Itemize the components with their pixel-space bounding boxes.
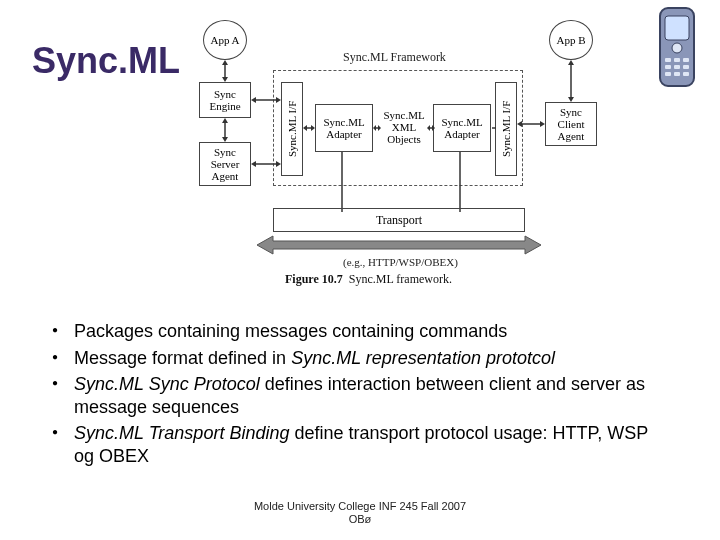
syncml-framework-diagram: Sync.ML Framework App A Sync Engine Sync… — [165, 20, 635, 280]
footer-line2: OBø — [349, 513, 372, 525]
svg-rect-3 — [665, 58, 671, 62]
svg-rect-6 — [665, 65, 671, 69]
svg-marker-20 — [568, 97, 574, 102]
svg-marker-29 — [311, 125, 315, 131]
app-b-node: App B — [549, 20, 593, 60]
svg-marker-38 — [517, 121, 522, 127]
syncml-adapter-right: Sync.ML Adapter — [433, 104, 491, 152]
svg-marker-34 — [427, 125, 430, 131]
figure-caption: Figure 10.7 Sync.ML framework. — [285, 272, 452, 287]
bullet-1-text: Packages containing messages containing … — [74, 321, 507, 341]
svg-rect-4 — [674, 58, 680, 62]
figure-number: Figure 10.7 — [285, 272, 343, 286]
svg-rect-7 — [674, 65, 680, 69]
app-a-node: App A — [203, 20, 247, 60]
svg-rect-5 — [683, 58, 689, 62]
slide: Sync.ML Sync.ML Framework App A Sync Eng… — [0, 0, 720, 540]
svg-marker-13 — [222, 60, 228, 65]
footer-line1: Molde University College INF 245 Fall 20… — [254, 500, 466, 512]
syncml-xml-objects: Sync.ML XML Objects — [379, 100, 429, 154]
svg-marker-31 — [373, 125, 376, 131]
slide-footer: Molde University College INF 245 Fall 20… — [0, 500, 720, 526]
figure-caption-text: Sync.ML framework. — [349, 272, 452, 286]
syncml-if-left: Sync.ML I/F — [281, 82, 303, 176]
svg-marker-25 — [251, 161, 256, 167]
bullet-2: Message format defined in Sync.ML repres… — [52, 347, 672, 370]
syncml-adapter-left: Sync.ML Adapter — [315, 104, 373, 152]
svg-marker-35 — [432, 125, 435, 131]
svg-rect-9 — [665, 72, 671, 76]
transport-range-arrow — [257, 236, 541, 254]
bullet-2-italic: Sync.ML representation prototcol — [291, 348, 555, 368]
slide-title: Sync.ML — [32, 40, 180, 82]
bullet-4: Sync.ML Transport Binding define transpo… — [52, 422, 672, 467]
bullet-1: Packages containing messages containing … — [52, 320, 672, 343]
svg-marker-39 — [540, 121, 545, 127]
svg-marker-26 — [276, 161, 281, 167]
svg-marker-14 — [222, 77, 228, 82]
svg-marker-42 — [257, 236, 541, 254]
bullet-3-italic: Sync.ML Sync Protocol — [74, 374, 260, 394]
bullet-3: Sync.ML Sync Protocol defines interactio… — [52, 373, 672, 418]
svg-rect-11 — [683, 72, 689, 76]
svg-point-2 — [672, 43, 682, 53]
svg-marker-28 — [303, 125, 307, 131]
svg-marker-32 — [378, 125, 381, 131]
svg-rect-10 — [674, 72, 680, 76]
svg-rect-1 — [665, 16, 689, 40]
mobile-phone-icon — [652, 6, 702, 95]
svg-marker-19 — [568, 60, 574, 65]
bullet-list: Packages containing messages containing … — [52, 320, 672, 471]
sync-server-agent-box: Sync Server Agent — [199, 142, 251, 186]
framework-label: Sync.ML Framework — [343, 50, 446, 65]
svg-marker-16 — [222, 118, 228, 123]
transport-examples-label: (e.g., HTTP/WSP/OBEX) — [343, 256, 458, 268]
bullet-2-pre: Message format defined in — [74, 348, 291, 368]
bullet-4-italic: Sync.ML Transport Binding — [74, 423, 289, 443]
sync-engine-box: Sync Engine — [199, 82, 251, 118]
sync-client-agent-box: Sync Client Agent — [545, 102, 597, 146]
svg-marker-23 — [276, 97, 281, 103]
transport-box: Transport — [273, 208, 525, 232]
svg-rect-8 — [683, 65, 689, 69]
svg-marker-17 — [222, 137, 228, 142]
syncml-if-right: Sync.ML I/F — [495, 82, 517, 176]
svg-marker-22 — [251, 97, 256, 103]
